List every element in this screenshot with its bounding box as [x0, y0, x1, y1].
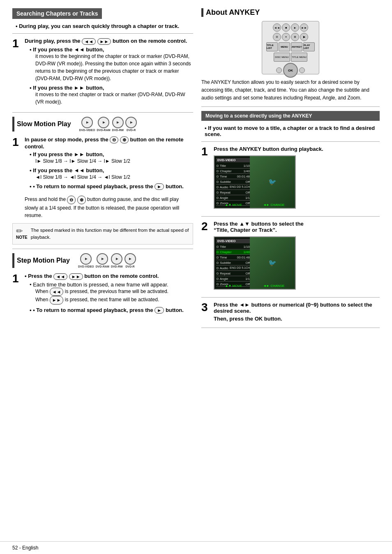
- slow-motion-title: Slow Motion Play: [17, 120, 71, 128]
- sm-btn1: ◄◄: [53, 273, 67, 280]
- sm-sub1: Each time the button is pressed, a new f…: [30, 282, 193, 305]
- dvd-icons: ▶ DVD-VIDEO ▶ DVD-RAM ▶ DVD-RW ▶ DVD-R: [79, 117, 137, 132]
- remote-prev-btn: ◄◄: [273, 23, 281, 32]
- sm-sub2-title: • To return to normal speed playback, pr…: [30, 307, 193, 314]
- dvd-screen1-row-subtitle: ⊙ SubtitleOff: [216, 180, 250, 185]
- r-step1-content: Press the ANYKEY button during playback.…: [214, 146, 380, 212]
- dvd-screen-2: DVD-VIDEO ⊙ Title1/10 ⊙ Chapter1/40 ⊙ Ti…: [214, 236, 296, 290]
- dvd-screen1-row-audio: ⊙ AudioENG DD 5.1CH: [216, 185, 250, 190]
- sm-sub1-text1: When ◄◄ is pressed, the previous frame w…: [35, 288, 193, 296]
- move-bullet: • If you want to move to a title, a chap…: [205, 125, 380, 137]
- slow-sub2: If you press the ◄◄ button, ◄I Slow 1/8 …: [30, 167, 193, 181]
- anykey-title: About ANYKEY: [206, 8, 260, 17]
- remote-title-btn: TITLE LIST: [266, 42, 278, 51]
- searching-step1: 1 During play, press the ◄◄ ►► button on…: [12, 38, 193, 108]
- sub1-text: it moves to the beginning of the chapter…: [35, 53, 193, 82]
- dvd-screen2-row-angle: ⊙ Angle1/1: [216, 277, 250, 282]
- slow-btn1: ⊖: [110, 136, 118, 143]
- sub2-title: If you press the ►► button,: [30, 85, 193, 91]
- next-btn: ►►: [97, 38, 111, 45]
- r-step2-label: Press the ▲▼ buttons to select the “Titl…: [214, 221, 380, 233]
- step-section-bar: [12, 253, 14, 268]
- remote-step-btn: ▶: [300, 33, 308, 41]
- remote-anykey-btn: ANYKEY: [291, 42, 302, 51]
- slow-step1: 1 In pause or stop mode, press the ⊖ ⊕ b…: [12, 136, 193, 193]
- remote-playlist-btn: PLAY LIST: [303, 42, 315, 51]
- remote-dot-btn: •: [282, 33, 290, 41]
- anykey-header: About ANYKEY: [201, 8, 380, 17]
- remote-play-btn: ►: [291, 23, 299, 32]
- r-step1-label: Press the ANYKEY button during playback.: [214, 146, 380, 152]
- r-step-num-3: 3: [201, 302, 210, 313]
- step-motion-header: Step Motion Play ▶ DVD-VIDEO ▶ DVD-RAM ▶…: [12, 253, 193, 268]
- note-pencil-icon: ✏: [16, 227, 28, 235]
- slow-sub2-title: If you press the ◄◄ button,: [30, 167, 193, 173]
- sm-sub1-text2: When ►► is pressed, the next frame will …: [35, 296, 193, 305]
- searching-title: Searching Chapters or Tracks: [12, 8, 102, 19]
- slow-motion-section: Slow Motion Play ▶ DVD-VIDEO ▶ DVD-RAM ▶…: [12, 117, 193, 245]
- dvd-screen2-row-audio: ⊙ AudioENG DD 5.1CH: [216, 266, 250, 271]
- sm-btn2: ►►: [69, 273, 83, 280]
- slow-hold-btn1: ⊖: [67, 196, 76, 204]
- slow-step1-content: In pause or stop mode, press the ⊖ ⊕ but…: [25, 136, 193, 193]
- slow-hold-btn2: ⊕: [77, 196, 86, 204]
- slow-sub3-title: • To return to normal speed playback, pr…: [30, 183, 193, 190]
- remote-ok-area: OK: [264, 63, 317, 78]
- left-column: Searching Chapters or Tracks During play…: [12, 8, 193, 533]
- step-motion-title: Step Motion Play: [17, 257, 70, 264]
- dvd-rw-icon: ▶ DVD-RW: [112, 117, 124, 132]
- remote-row-3: TITLE LIST MENU ANYKEY PLAY LIST: [264, 42, 317, 51]
- sub2-text: it moves to the next chapter or track or…: [35, 91, 193, 106]
- bird-icon-1: 🐦: [268, 178, 277, 186]
- dvd-screen2-row-title: ⊙ Title1/10: [216, 245, 250, 249]
- remote-title-menu-btn: TITLE MENU: [291, 53, 307, 62]
- step-dvd-ram: ▶ DVD-RAM: [96, 253, 109, 268]
- sub1-title: If you press the ◄◄ button,: [30, 46, 193, 53]
- anykey-bar: [201, 8, 203, 17]
- dvd-r-icon: ▶ DVD-R: [125, 117, 137, 132]
- dvd-screen2-row-repeat: ⊙ RepeatOff: [216, 271, 250, 276]
- remote-ff-btn: ⊕: [291, 33, 299, 41]
- dvd-screen1-overlay: DVD-VIDEO ⊙ Title1/10 ⊙ Chapter1/40 ⊙ Ti…: [214, 156, 251, 208]
- slow-sub1: If you press the ►► button, I► Slow 1/8 …: [30, 151, 193, 165]
- r-step3-label: Press the ◄► buttons or numerical (0~9) …: [214, 302, 380, 314]
- sm-step1: 1 • Press the ◄◄ ►► button on the remote…: [12, 273, 193, 316]
- dvd-screen2-label: DVD-VIDEO: [216, 239, 250, 243]
- birds-bg-2: 🐦: [250, 237, 295, 289]
- note-icon-area: ✏ NOTE: [16, 227, 28, 240]
- sm-step1-label: • Press the ◄◄ ►► button on the remote c…: [25, 273, 193, 280]
- r-step2-content: Press the ▲▼ buttons to select the “Titl…: [214, 221, 380, 293]
- r-step1: 1 Press the ANYKEY button during playbac…: [201, 146, 380, 212]
- slow-step1-label: In pause or stop mode, press the ⊖ ⊕ but…: [25, 136, 193, 150]
- dvd-screen2-overlay: DVD-VIDEO ⊙ Title1/10 ⊙ Chapter1/40 ⊙ Ti…: [214, 237, 251, 289]
- dvd-ram-icon: ▶ DVD-RAM: [97, 117, 110, 132]
- remote-row-2: ⊖ • ⊕ ▶: [264, 33, 317, 41]
- step-motion-section: Step Motion Play ▶ DVD-VIDEO ▶ DVD-RAM ▶…: [12, 253, 193, 316]
- r-step-num-1: 1: [201, 146, 210, 157]
- page-footer: 52 - English: [0, 541, 392, 554]
- note-box: ✏ NOTE The speed marked in this function…: [12, 223, 193, 245]
- sub2: If you press the ►► button, it moves to …: [30, 85, 193, 106]
- remote-next-btn: ►►: [300, 23, 308, 32]
- remote-row-4: DISC MENU TITLE MENU: [264, 53, 317, 62]
- remote-menu-btn: MENU: [279, 42, 290, 51]
- slow-sub3: • To return to normal speed playback, pr…: [30, 183, 193, 190]
- searching-intro: During play, you can search quickly thro…: [16, 23, 193, 29]
- remote-ok-btn: OK: [283, 63, 298, 78]
- sm-step-num: 1: [12, 273, 21, 284]
- step-dvd-icons: ▶ DVD-VIDEO ▶ DVD-RAM ▶ DVD-RW ▶ DVD-R: [78, 253, 136, 268]
- step-dvd-rw: ▶ DVD-RW: [111, 253, 123, 268]
- dvd-screen2-footer: ▲▼ MOVE ◄► CHANGE: [214, 284, 295, 288]
- slow-sub2-text: ◄I Slow 1/8 → ◄I Slow 1/4 → ◄I Slow 1/2: [35, 173, 193, 181]
- remote-stop-btn: ■: [282, 23, 290, 32]
- slow-sub1-title: If you press the ►► button,: [30, 151, 193, 157]
- r-step3-content: Press the ◄► buttons or numerical (0~9) …: [214, 302, 380, 323]
- dvd-screen2-row-subtitle: ⊙ SubtitleOff: [216, 261, 250, 265]
- dvd-video-icon: ▶ DVD-VIDEO: [79, 117, 95, 132]
- sm-sub1-title: Each time the button is pressed, a new f…: [30, 282, 193, 288]
- anykey-section: About ANYKEY ◄◄ ■ ► ►► ⊖ • ⊕ ▶: [201, 8, 380, 328]
- remote-disc-menu-btn: DISC MENU: [274, 53, 290, 62]
- r-step3: 3 Press the ◄► buttons or numerical (0~9…: [201, 302, 380, 323]
- step-dvd-video: ▶ DVD-VIDEO: [78, 253, 94, 268]
- r-step-num-2: 2: [201, 221, 210, 232]
